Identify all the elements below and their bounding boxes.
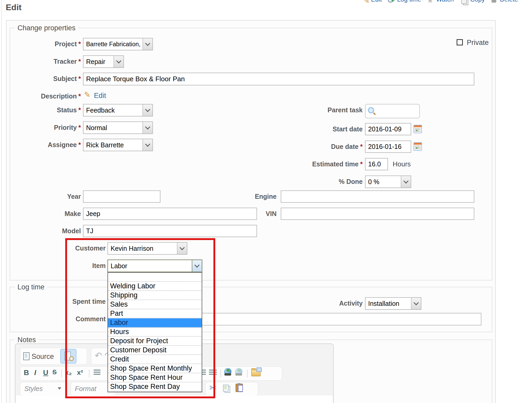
start-date-input[interactable]: 2016-01-09 bbox=[365, 123, 411, 135]
private-label: Private bbox=[467, 39, 489, 47]
status-label: Status* bbox=[5, 106, 81, 114]
start-date-label: Start date bbox=[287, 125, 363, 133]
chevron-down-icon[interactable] bbox=[401, 176, 411, 188]
pencil-icon: ✎ bbox=[363, 0, 370, 5]
description-edit-link[interactable]: Edit bbox=[94, 92, 106, 100]
log-time-legend: Log time bbox=[15, 283, 47, 291]
log-time-icon bbox=[388, 0, 393, 3]
chevron-down-icon bbox=[58, 387, 61, 390]
subject-label: Subject* bbox=[5, 75, 81, 83]
chevron-down-icon[interactable] bbox=[113, 56, 123, 67]
subject-input[interactable]: Replace Torque Box & Floor Pan bbox=[83, 73, 474, 85]
source-button[interactable]: Source bbox=[32, 353, 54, 361]
unlink-icon[interactable] bbox=[235, 368, 242, 375]
link-icon[interactable] bbox=[224, 368, 231, 375]
assignee-label: Assignee* bbox=[5, 141, 81, 149]
strikethrough-icon[interactable]: S bbox=[52, 369, 57, 376]
calendar-icon[interactable] bbox=[414, 142, 422, 151]
tracker-label: Tracker* bbox=[5, 58, 81, 65]
description-label: Description* bbox=[5, 92, 81, 100]
image-icon[interactable] bbox=[251, 370, 261, 376]
due-date-input[interactable]: 2016-01-16 bbox=[365, 141, 411, 153]
project-select[interactable]: Barrette Fabrication, LLC bbox=[83, 38, 153, 50]
toolbar-separator bbox=[220, 370, 221, 377]
vin-label: VIN bbox=[201, 210, 277, 218]
annotation-highlight-box bbox=[65, 238, 215, 398]
copy-icon[interactable] bbox=[223, 385, 229, 392]
year-label: Year bbox=[5, 193, 81, 200]
notes-legend: Notes bbox=[15, 336, 39, 344]
source-doc-icon bbox=[23, 352, 29, 360]
percent-done-label: % Done bbox=[287, 178, 363, 185]
model-label: Model bbox=[5, 227, 81, 235]
paste-icon[interactable] bbox=[236, 384, 243, 392]
search-icon bbox=[368, 107, 374, 113]
status-select[interactable]: Feedback bbox=[83, 104, 153, 116]
percent-done-select[interactable]: 0 % bbox=[365, 176, 411, 188]
issue-edit-screen: Edit ✎ Edit Log time ★ Watch Copy Delete… bbox=[0, 0, 532, 403]
chevron-down-icon[interactable] bbox=[142, 122, 152, 133]
copy-link[interactable]: Copy bbox=[470, 0, 485, 4]
chevron-down-icon[interactable] bbox=[411, 298, 421, 309]
chevron-down-icon[interactable] bbox=[142, 139, 152, 151]
calendar-icon[interactable] bbox=[414, 125, 422, 133]
change-properties-legend: Change properties bbox=[15, 24, 78, 32]
engine-input[interactable] bbox=[281, 190, 474, 203]
edit-link[interactable]: Edit bbox=[371, 0, 382, 4]
make-label: Make bbox=[5, 210, 81, 218]
watch-star-icon: ★ bbox=[427, 0, 433, 4]
parent-task-label: Parent task bbox=[287, 106, 363, 114]
log-time-link[interactable]: Log time bbox=[397, 0, 421, 4]
delete-link[interactable]: Delete bbox=[500, 0, 518, 4]
engine-label: Engine bbox=[201, 193, 277, 200]
page-left-border bbox=[1, 0, 2, 403]
styles-dropdown-label: Styles bbox=[24, 385, 43, 393]
page-title: Edit bbox=[6, 3, 21, 12]
toolbar-separator bbox=[247, 370, 248, 377]
activity-select[interactable]: Installation bbox=[365, 297, 421, 310]
vin-input[interactable] bbox=[281, 208, 474, 220]
tracker-select[interactable]: Repair bbox=[83, 55, 124, 68]
underline-icon[interactable]: U bbox=[43, 369, 48, 377]
trash-icon bbox=[492, 0, 496, 3]
due-date-label: Due date* bbox=[287, 143, 363, 150]
project-label: Project* bbox=[5, 40, 81, 48]
bold-icon[interactable]: B bbox=[24, 369, 29, 377]
priority-select[interactable]: Normal bbox=[83, 121, 153, 134]
estimated-time-input[interactable]: 16.0 bbox=[365, 158, 388, 170]
italic-icon[interactable]: I bbox=[34, 369, 36, 377]
activity-label: Activity bbox=[287, 300, 363, 307]
chevron-down-icon[interactable] bbox=[142, 104, 152, 116]
private-checkbox[interactable] bbox=[457, 39, 463, 45]
pencil-icon: ✎ bbox=[84, 91, 91, 99]
priority-label: Priority* bbox=[5, 124, 81, 131]
model-input[interactable]: TJ bbox=[83, 225, 257, 237]
watch-link[interactable]: Watch bbox=[436, 0, 454, 4]
estimated-time-label: Estimated time* bbox=[287, 160, 363, 168]
toolbar-separator bbox=[61, 370, 62, 377]
assignee-select[interactable]: Rick Barrette bbox=[83, 139, 153, 151]
hours-unit-label: Hours bbox=[393, 160, 411, 168]
copy-icon bbox=[461, 0, 467, 4]
year-input[interactable] bbox=[83, 190, 160, 203]
chevron-down-icon[interactable] bbox=[142, 38, 152, 50]
